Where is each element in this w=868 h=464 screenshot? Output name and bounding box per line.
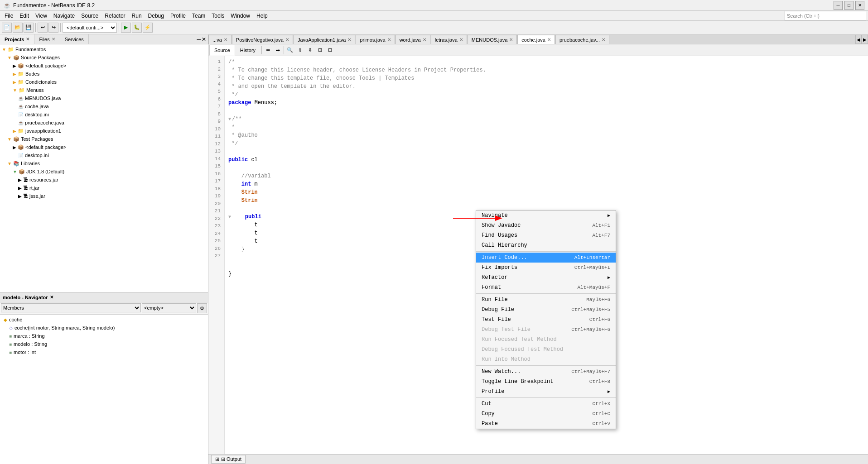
src-nav4-btn[interactable]: ⊟ xyxy=(325,46,334,55)
tree-item-test-packages[interactable]: ▼ 📦 Test Packages xyxy=(0,135,208,143)
menu-view[interactable]: View xyxy=(33,12,50,20)
ctx-find-usages[interactable]: Find Usages Alt+F7 xyxy=(476,230,616,240)
minimize-button[interactable]: ─ xyxy=(834,1,843,10)
tab-javaapp-close[interactable]: ✕ xyxy=(347,37,351,42)
menu-window[interactable]: Window xyxy=(228,12,253,20)
profile-button[interactable]: ⚡ xyxy=(143,23,153,33)
nav-item-coche-constructor[interactable]: ◇ coche(int motor, String marca, String … xyxy=(0,324,208,332)
ctx-show-javadoc[interactable]: Show Javadoc Alt+F1 xyxy=(476,220,616,230)
files-tab-close[interactable]: ✕ xyxy=(52,37,55,42)
navigator-close[interactable]: ✕ xyxy=(50,295,53,300)
src-search-btn[interactable]: 🔍 xyxy=(285,46,294,55)
editor-tab-menudos[interactable]: MENUDOS.java ✕ xyxy=(468,35,517,44)
ctx-paste[interactable]: Paste Ctrl+V xyxy=(476,419,616,429)
tab-0-close[interactable]: ✕ xyxy=(224,37,227,42)
tree-item-coche[interactable]: ☕ coche.java xyxy=(0,102,208,110)
redo-button[interactable]: ↪ xyxy=(48,23,58,33)
ctx-cut[interactable]: Cut Ctrl+X xyxy=(476,399,616,409)
ctx-fix-imports[interactable]: Fix Imports Ctrl+Mayús+I xyxy=(476,263,616,273)
ctx-format[interactable]: Format Alt+Mayús+F xyxy=(476,282,616,292)
ctx-call-hierarchy[interactable]: Call Hierarchy xyxy=(476,240,616,250)
members-select[interactable]: Members xyxy=(1,303,141,312)
src-nav2-btn[interactable]: ⇩ xyxy=(305,46,314,55)
output-tab[interactable]: ⊞ ⊞ Output xyxy=(211,455,246,464)
new-project-button[interactable]: 📄 xyxy=(2,23,12,33)
tree-item-jsse-jar[interactable]: ▶ 🗜 jsse.jar xyxy=(0,192,208,200)
save-button[interactable]: 💾 xyxy=(24,23,34,33)
tab-menudos-close[interactable]: ✕ xyxy=(509,37,513,42)
tree-item-pruebacoche[interactable]: ☕ pruebacoche.java xyxy=(0,119,208,127)
history-tab[interactable]: History xyxy=(235,45,260,56)
ctx-test-file[interactable]: Test File Ctrl+F6 xyxy=(476,315,616,325)
nav-item-coche-class[interactable]: ◆ coche xyxy=(0,316,208,324)
tree-item-jdk[interactable]: ▼ 📦 JDK 1.8 (Default) xyxy=(0,167,208,176)
src-nav1-btn[interactable]: ⇧ xyxy=(295,46,304,55)
tree-item-fundamentos[interactable]: ▼ 📁 Fundamentos xyxy=(0,45,208,53)
tree-item-default-pkg[interactable]: ▶ 📦 <default package> xyxy=(0,62,208,70)
tab-projects[interactable]: Projects ✕ xyxy=(0,34,34,44)
projects-tab-close[interactable]: ✕ xyxy=(26,37,29,42)
tab-files[interactable]: Files ✕ xyxy=(34,34,60,44)
tree-item-test-default[interactable]: ▶ 📦 <default package> xyxy=(0,143,208,151)
tab-services[interactable]: Services xyxy=(60,34,89,44)
menu-profile[interactable]: Profile xyxy=(168,12,188,20)
menu-debug[interactable]: Debug xyxy=(145,12,167,20)
menu-navigate[interactable]: Navigate xyxy=(51,12,77,20)
tab-letras-close[interactable]: ✕ xyxy=(459,37,463,42)
menu-team[interactable]: Team xyxy=(189,12,208,20)
source-tab[interactable]: Source xyxy=(209,45,235,56)
tab-prueba-close[interactable]: ✕ xyxy=(602,37,605,42)
code-editor[interactable]: 12345 678910 1112131415 1617181920 21222… xyxy=(208,56,868,454)
tree-item-javaapp[interactable]: ▶ 📁 javaapplication1 xyxy=(0,127,208,135)
menu-help[interactable]: Help xyxy=(254,12,270,20)
nav-config-button[interactable]: ⚙ xyxy=(197,303,207,313)
editor-tab-prueba[interactable]: pruebacoche.jav... ✕ xyxy=(555,35,609,44)
panel-maximize[interactable]: ✕ xyxy=(202,36,206,43)
nav-item-motor[interactable]: ■ motor : int xyxy=(0,348,208,356)
tree-item-budes[interactable]: ▶ 📁 Budes xyxy=(0,70,208,78)
tree-item-resources-jar[interactable]: ▶ 🗜 resources.jar xyxy=(0,176,208,184)
maximize-button[interactable]: □ xyxy=(844,1,854,10)
editor-tab-positivo[interactable]: PositivoNegativo.java ✕ xyxy=(232,35,293,44)
panel-minimize[interactable]: ─ xyxy=(197,36,201,43)
tab-primos-close[interactable]: ✕ xyxy=(387,37,391,42)
menu-refactor[interactable]: Refactor xyxy=(102,12,128,20)
ctx-run-file[interactable]: Run File Mayús+F6 xyxy=(476,295,616,305)
menu-file[interactable]: File xyxy=(2,12,16,20)
editor-tab-word[interactable]: word.java ✕ xyxy=(395,35,430,44)
nav-item-modelo[interactable]: ■ modelo : String xyxy=(0,340,208,348)
tab-positivo-close[interactable]: ✕ xyxy=(285,37,289,42)
editor-tab-letras[interactable]: letras.java ✕ xyxy=(431,35,467,44)
search-input[interactable] xyxy=(785,11,866,21)
menu-tools[interactable]: Tools xyxy=(209,12,227,20)
editor-tab-coche[interactable]: coche.java ✕ xyxy=(517,35,555,44)
tab-scroll-left[interactable]: ◀ xyxy=(855,35,862,44)
config-combo[interactable]: <default confi...> xyxy=(63,23,117,33)
tab-coche-close[interactable]: ✕ xyxy=(547,37,551,42)
tree-item-menuss[interactable]: ▼ 📁 Menuss xyxy=(0,86,208,94)
ctx-toggle-breakpoint[interactable]: Toggle Line Breakpoint Ctrl+F8 xyxy=(476,377,616,387)
tree-item-rt-jar[interactable]: ▶ 🗜 rt.jar xyxy=(0,184,208,192)
tab-word-close[interactable]: ✕ xyxy=(423,37,426,42)
ctx-navigate[interactable]: Navigate ▶ xyxy=(476,210,616,220)
ctx-copy[interactable]: Copy Ctrl+C xyxy=(476,409,616,419)
ctx-insert-code[interactable]: Insert Code... Alt+Insertar xyxy=(476,253,616,263)
undo-button[interactable]: ↩ xyxy=(38,23,48,33)
nav-item-marca[interactable]: ■ marca : String xyxy=(0,332,208,340)
tree-item-source-packages[interactable]: ▼ 📦 Source Packages xyxy=(0,53,208,62)
editor-tab-primos[interactable]: primos.java ✕ xyxy=(356,35,395,44)
open-button[interactable]: 📂 xyxy=(13,23,23,33)
src-nav3-btn[interactable]: ⊞ xyxy=(315,46,324,55)
menu-edit[interactable]: Edit xyxy=(17,12,32,20)
menu-source[interactable]: Source xyxy=(78,12,101,20)
ctx-new-watch[interactable]: New Watch... Ctrl+Mayús+F7 xyxy=(476,367,616,377)
tree-item-libraries[interactable]: ▼ 📚 Libraries xyxy=(0,159,208,167)
menu-run[interactable]: Run xyxy=(129,12,145,20)
tab-scroll-right[interactable]: ▶ xyxy=(862,35,868,44)
editor-tab-0[interactable]: ...va ✕ xyxy=(208,35,231,44)
ctx-debug-file[interactable]: Debug File Ctrl+Mayús+F5 xyxy=(476,305,616,315)
filter-select[interactable]: <empty> xyxy=(142,303,196,312)
debug-button[interactable]: 🐛 xyxy=(132,23,142,33)
close-button[interactable]: ✕ xyxy=(855,1,864,10)
ctx-profile[interactable]: Profile ▶ xyxy=(476,387,616,397)
